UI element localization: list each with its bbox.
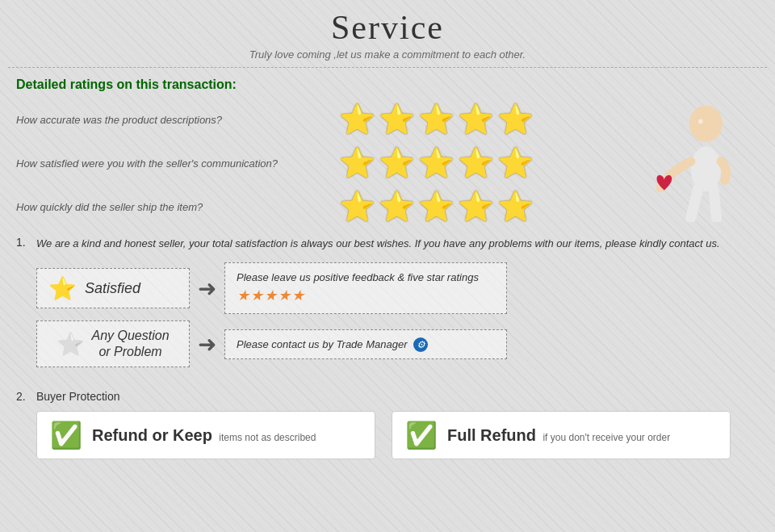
page-title: Service xyxy=(0,8,775,47)
feedback-row-satisfied: ⭐ Satisfied ➜ Please leave us positive f… xyxy=(36,262,759,315)
star-2-2: ⭐ xyxy=(379,149,415,178)
list-content-1: We are a kind and honest seller, your to… xyxy=(36,236,759,374)
trade-manager-box: Please contact us by Trade Manager xyxy=(224,329,507,360)
list-item-1: 1. We are a kind and honest seller, your… xyxy=(16,236,759,374)
ratings-area: How accurate was the product description… xyxy=(16,105,759,221)
figure-illustration xyxy=(646,97,751,226)
stars-row-2: ⭐ ⭐ ⭐ ⭐ ⭐ xyxy=(339,149,534,178)
main-content: Detailed ratings on this transaction: Ho… xyxy=(0,68,775,485)
svg-point-2 xyxy=(698,119,703,124)
page-header: Service Truly love coming ,let us make a… xyxy=(0,0,775,61)
full-refund-box: ✅ Full Refund if you don't receive your … xyxy=(392,411,731,459)
protection-boxes: ✅ Refund or Keep items not as described … xyxy=(36,411,759,459)
list-item-2: 2. Buyer Protection ✅ Refund or Keep ite… xyxy=(16,390,759,459)
star-1-2: ⭐ xyxy=(379,105,415,134)
stars-row-3: ⭐ ⭐ ⭐ ⭐ ⭐ xyxy=(339,192,534,221)
star-2-4: ⭐ xyxy=(458,149,494,178)
rating-row-1: How accurate was the product description… xyxy=(16,105,630,134)
refund-or-keep-box: ✅ Refund or Keep items not as described xyxy=(36,411,375,459)
list-number-2: 2. xyxy=(16,390,36,459)
star-2-3: ⭐ xyxy=(418,149,455,178)
star-3-1: ⭐ xyxy=(339,192,375,221)
star-3-4: ⭐ xyxy=(458,192,494,221)
small-stars: ★ ★ ★ ★ ★ xyxy=(237,285,304,307)
svg-point-0 xyxy=(689,106,723,142)
rating-question-3: How quickly did the seller ship the item… xyxy=(16,201,339,213)
rating-question-1: How accurate was the product description… xyxy=(16,114,339,126)
star-1-5: ⭐ xyxy=(497,105,534,134)
question-label: Any Question or Problem xyxy=(91,328,169,362)
check-icon-2: ✅ xyxy=(405,420,438,450)
list-section: 1. We are a kind and honest seller, your… xyxy=(16,236,759,459)
feedback-row-question: ⭐ Any Question or Problem ➜ Please conta… xyxy=(36,320,759,367)
trade-manager-text: Please contact us by Trade Manager xyxy=(237,338,428,350)
star-3-5: ⭐ xyxy=(497,192,534,221)
satisfied-box: ⭐ Satisfied xyxy=(36,268,190,308)
star-1-4: ⭐ xyxy=(458,105,494,134)
star-2-5: ⭐ xyxy=(497,149,534,178)
question-star-icon: ⭐ xyxy=(57,331,85,358)
arrow-icon-2: ➜ xyxy=(198,331,216,358)
satisfied-label: Satisfied xyxy=(85,280,140,297)
question-box: ⭐ Any Question or Problem xyxy=(36,320,190,367)
rating-row-2: How satisfied were you with the seller's… xyxy=(16,149,630,178)
positive-feedback-text: Please leave us positive feedback & five… xyxy=(237,271,479,301)
rating-question-2: How satisfied were you with the seller's… xyxy=(16,157,339,170)
list-number-1: 1. xyxy=(16,236,36,374)
buyer-protection-title: Buyer Protection xyxy=(36,390,759,403)
trade-manager-icon xyxy=(413,337,428,352)
list-content-2: Buyer Protection ✅ Refund or Keep items … xyxy=(36,390,759,459)
arrow-icon-1: ➜ xyxy=(198,275,216,302)
refund-or-keep-text: Refund or Keep items not as described xyxy=(92,426,316,445)
star-1-1: ⭐ xyxy=(339,105,375,134)
check-icon-1: ✅ xyxy=(50,420,82,450)
star-3-2: ⭐ xyxy=(379,192,415,221)
rating-row-3: How quickly did the seller ship the item… xyxy=(16,192,630,221)
ratings-section-title: Detailed ratings on this transaction: xyxy=(16,77,759,92)
star-2-1: ⭐ xyxy=(339,149,375,178)
full-refund-text: Full Refund if you don't receive your or… xyxy=(447,426,670,445)
satisfied-star-icon: ⭐ xyxy=(48,275,77,302)
header-subtitle: Truly love coming ,let us make a commitm… xyxy=(0,48,775,61)
star-3-3: ⭐ xyxy=(418,192,455,221)
star-1-3: ⭐ xyxy=(418,105,455,134)
list-text-1: We are a kind and honest seller, your to… xyxy=(36,236,759,253)
positive-feedback-box: Please leave us positive feedback & five… xyxy=(224,262,507,315)
stars-row-1: ⭐ ⭐ ⭐ ⭐ ⭐ xyxy=(339,105,534,134)
